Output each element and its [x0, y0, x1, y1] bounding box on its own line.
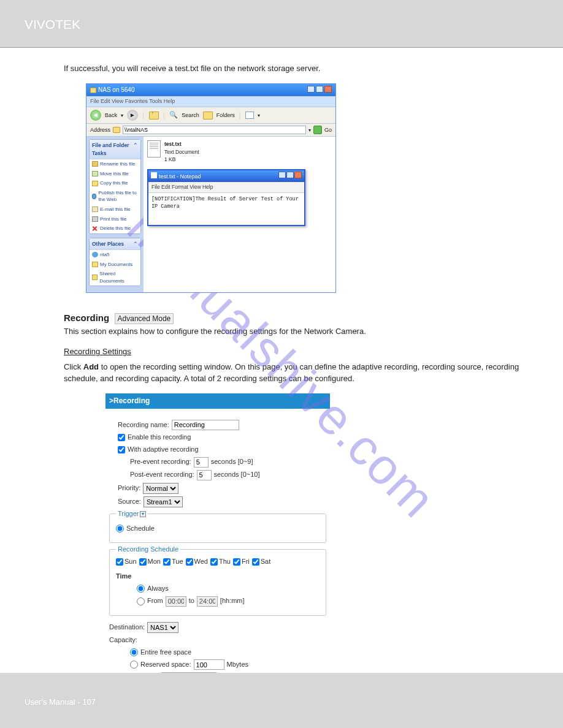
minimize-icon[interactable]: [278, 172, 286, 178]
rename-icon: [92, 161, 98, 167]
capacity-label: Capacity:: [109, 635, 137, 645]
views-icon[interactable]: [245, 112, 254, 119]
address-label: Address: [90, 126, 110, 134]
pre-event-input[interactable]: [194, 457, 209, 468]
task-item[interactable]: Copy this file: [100, 180, 128, 187]
search-label[interactable]: Search: [182, 112, 199, 119]
close-icon[interactable]: [294, 172, 302, 178]
to-input[interactable]: [197, 596, 218, 607]
task-item[interactable]: Publish this file to the Web: [98, 189, 138, 203]
source-select[interactable]: Stream1: [144, 496, 183, 507]
notepad-controls: [278, 172, 302, 181]
day-wed-checkbox[interactable]: [186, 558, 193, 566]
day-label: Fri: [242, 557, 250, 567]
day-label: Tue: [172, 557, 183, 567]
folders-icon[interactable]: [203, 112, 213, 119]
section-p1: This section explains how to configure t…: [64, 326, 538, 338]
recording-schedule-fieldset: Recording Schedule Sun Mon Tue Wed Thu F…: [109, 549, 326, 616]
file-type: Text Document: [164, 148, 199, 156]
address-bar: Address ▾ Go: [86, 124, 335, 137]
notepad-icon: [151, 172, 157, 178]
day-mon-checkbox[interactable]: [139, 558, 147, 566]
maximize-icon[interactable]: [316, 86, 323, 93]
recording-name-label: Recording name:: [118, 420, 169, 430]
delete-icon: [92, 226, 98, 231]
notepad-window: test.txt - Notepad File Edit Format View…: [147, 169, 305, 226]
day-tue-checkbox[interactable]: [163, 558, 170, 566]
legend-dropdown-icon[interactable]: ▾: [140, 511, 146, 517]
day-label: Sat: [261, 557, 271, 567]
section-p2: Click Add to open the recording setting …: [64, 362, 538, 385]
recording-name-input[interactable]: [172, 420, 239, 430]
priority-label: Priority:: [118, 483, 140, 493]
section-heading-recording: Recording Advanced Mode: [64, 311, 538, 325]
close-icon[interactable]: [324, 86, 332, 93]
collapse-icon[interactable]: ⌃: [133, 142, 138, 157]
always-radio[interactable]: [137, 585, 145, 593]
search-icon[interactable]: 🔍: [169, 110, 178, 120]
task-item[interactable]: Print this file: [100, 216, 127, 223]
schedule-legend: Recording Schedule: [116, 545, 180, 555]
forward-icon[interactable]: ►: [127, 110, 138, 121]
task-item[interactable]: Delete this file: [100, 225, 131, 232]
day-thu-checkbox[interactable]: [210, 558, 218, 566]
hhmm-hint: [hh:mm]: [220, 596, 245, 606]
maximize-icon[interactable]: [286, 172, 294, 178]
notepad-body[interactable]: [NOTIFICATION]The Result of Server Test …: [148, 193, 304, 225]
tasks-panel-title: File and Folder Tasks: [92, 142, 133, 157]
reserved-space-input[interactable]: [194, 659, 224, 670]
priority-select[interactable]: Normal: [143, 483, 178, 494]
entire-space-label: Entire free space: [140, 648, 191, 658]
recording-titlebar: >Recording: [105, 393, 330, 409]
file-size: 1 KB: [164, 156, 199, 163]
minimize-icon[interactable]: [307, 86, 315, 93]
intro-text: If successful, you will receive a test.t…: [64, 63, 538, 75]
explorer-menu[interactable]: File Edit View Favorites Tools Help: [86, 96, 335, 107]
day-sun-checkbox[interactable]: [116, 558, 123, 566]
post-event-input[interactable]: [197, 470, 212, 480]
destination-label: Destination:: [109, 623, 145, 632]
other-item[interactable]: My Documents: [100, 261, 132, 268]
explorer-screenshot: NAS on 5640 File Edit View Favorites Too…: [86, 83, 336, 294]
network-icon: [92, 252, 98, 257]
task-item[interactable]: Rename this file: [100, 161, 135, 168]
explorer-title: NAS on 5640: [90, 86, 135, 95]
day-sat-checkbox[interactable]: [252, 558, 259, 566]
enable-recording-checkbox[interactable]: [118, 434, 125, 441]
other-item[interactable]: Shared Documents: [99, 270, 138, 284]
from-input[interactable]: [166, 596, 186, 607]
address-input[interactable]: [123, 126, 306, 134]
print-icon: [92, 216, 98, 222]
folders-label[interactable]: Folders: [216, 112, 235, 119]
collapse-icon[interactable]: ⌃: [133, 240, 138, 248]
post-event-label: Post-event recording:: [130, 470, 194, 480]
adaptive-recording-label: With adaptive recording: [128, 445, 199, 455]
task-item[interactable]: E-mail this file: [100, 206, 131, 213]
adaptive-recording-checkbox[interactable]: [118, 446, 125, 453]
tasks-panel: File and Folder Tasks⌃ Rename this file …: [89, 139, 141, 233]
always-label: Always: [147, 584, 169, 594]
text-file-icon: [147, 140, 161, 157]
schedule-radio[interactable]: [116, 525, 124, 533]
destination-select[interactable]: NAS1: [147, 622, 178, 633]
explorer-sidebar: File and Folder Tasks⌃ Rename this file …: [86, 137, 144, 292]
go-button[interactable]: [313, 126, 322, 134]
to-label: to: [189, 596, 194, 606]
notepad-menu[interactable]: File Edit Format View Help: [148, 182, 304, 192]
back-label[interactable]: Back: [105, 112, 117, 119]
back-icon[interactable]: ◄: [90, 110, 101, 121]
reserved-space-radio[interactable]: [130, 661, 138, 669]
mydocs-icon: [92, 262, 98, 267]
day-label: Wed: [194, 557, 208, 567]
file-item[interactable]: test.txt Text Document 1 KB: [147, 140, 332, 163]
page-body: If successful, you will receive a test.t…: [0, 48, 563, 728]
up-folder-icon[interactable]: ↑: [149, 112, 159, 119]
day-fri-checkbox[interactable]: [233, 558, 240, 566]
task-item[interactable]: Move this file: [100, 170, 129, 178]
entire-space-radio[interactable]: [130, 648, 138, 656]
go-label[interactable]: Go: [324, 126, 332, 134]
publish-icon: [92, 194, 96, 199]
schedule-label: Schedule: [126, 524, 155, 534]
from-radio[interactable]: [137, 597, 145, 605]
other-item[interactable]: nta5: [100, 251, 110, 259]
